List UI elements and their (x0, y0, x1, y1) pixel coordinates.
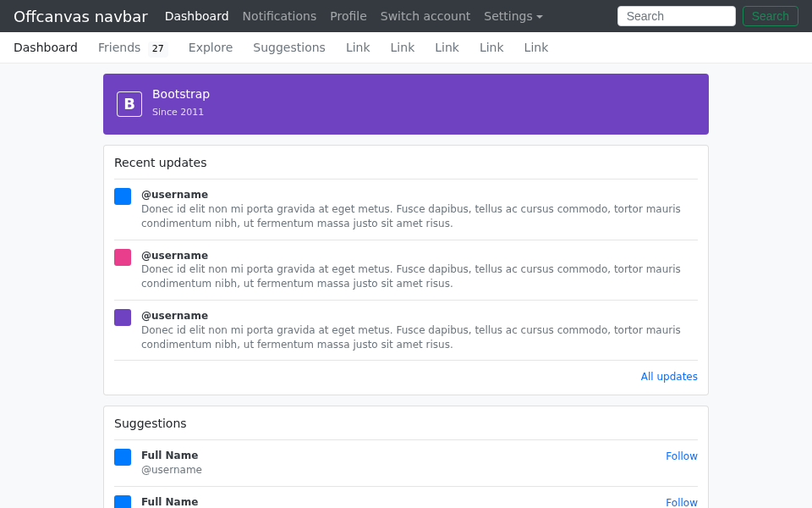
subnav-link[interactable]: Link (480, 39, 504, 57)
update-item: @username Donec id elit non mi porta gra… (114, 179, 698, 240)
update-item: @username Donec id elit non mi porta gra… (114, 301, 698, 361)
top-nav-list: Dashboard Notifications Profile Switch a… (158, 6, 550, 26)
update-body: @username Donec id elit non mi porta gra… (141, 309, 698, 351)
subnav-suggestions[interactable]: Suggestions (253, 39, 326, 57)
subnav-link[interactable]: Link (524, 39, 549, 57)
follow-button[interactable]: Follow (666, 495, 698, 508)
update-user: @username (141, 309, 698, 323)
suggestion-item: Full Name @username Follow (114, 487, 698, 508)
topnav-dashboard[interactable]: Dashboard (158, 6, 236, 26)
topnav-switch-account[interactable]: Switch account (374, 6, 478, 26)
topnav-profile[interactable]: Profile (323, 6, 374, 26)
updates-title: Recent updates (114, 154, 698, 179)
avatar (114, 449, 131, 466)
top-navbar: Offcanvas navbar Dashboard Notifications… (0, 0, 812, 32)
subnav-friends-label: Friends (98, 41, 140, 54)
main-container: B Bootstrap Since 2011 Recent updates @u… (93, 64, 719, 509)
follow-button[interactable]: Follow (666, 449, 698, 464)
search-input[interactable] (617, 6, 736, 26)
update-body: @username Donec id elit non mi porta gra… (141, 188, 698, 230)
update-body: @username Donec id elit non mi porta gra… (141, 249, 698, 291)
suggestions-title: Suggestions (114, 415, 698, 440)
bootstrap-logo-icon: B (117, 91, 142, 117)
chevron-down-icon (536, 15, 543, 19)
suggestion-body: Full Name @username (141, 495, 666, 508)
update-text: Donec id elit non mi porta gravida at eg… (141, 263, 681, 290)
hero-text: Bootstrap Since 2011 (152, 87, 210, 122)
secondary-nav: Dashboard Friends 27 Explore Suggestions… (0, 32, 812, 64)
recent-updates-card: Recent updates @username Donec id elit n… (103, 145, 709, 395)
subnav-friends[interactable]: Friends 27 (98, 39, 168, 58)
subnav-link[interactable]: Link (391, 39, 415, 57)
update-user: @username (141, 188, 698, 202)
friends-badge: 27 (148, 41, 168, 58)
subnav-link[interactable]: Link (346, 39, 370, 57)
avatar (114, 188, 131, 205)
suggestion-item: Full Name @username Follow (114, 440, 698, 487)
suggestion-name: Full Name (141, 449, 666, 463)
hero-title: Bootstrap (152, 87, 210, 102)
topnav-notifications[interactable]: Notifications (236, 6, 324, 26)
update-text: Donec id elit non mi porta gravida at eg… (141, 203, 681, 229)
brand[interactable]: Offcanvas navbar (14, 5, 158, 28)
suggestion-handle: @username (141, 463, 666, 478)
avatar (114, 309, 131, 326)
suggestions-card: Suggestions Full Name @username Follow F… (103, 406, 709, 508)
update-item: @username Donec id elit non mi porta gra… (114, 240, 698, 301)
suggestion-body: Full Name @username (141, 449, 666, 478)
subnav-explore[interactable]: Explore (189, 39, 233, 57)
search-button[interactable]: Search (743, 6, 798, 26)
avatar (114, 249, 131, 266)
topnav-settings-label: Settings (484, 9, 532, 23)
subnav-link[interactable]: Link (435, 39, 459, 57)
update-text: Donec id elit non mi porta gravida at eg… (141, 324, 681, 351)
subnav-dashboard[interactable]: Dashboard (14, 39, 78, 57)
suggestion-name: Full Name (141, 495, 666, 508)
update-user: @username (141, 249, 698, 263)
hero-subtitle: Since 2011 (152, 107, 204, 118)
hero: B Bootstrap Since 2011 (103, 74, 709, 135)
navbar-search: Search (617, 6, 798, 26)
avatar (114, 495, 131, 508)
topnav-settings[interactable]: Settings (477, 6, 549, 26)
all-updates-link[interactable]: All updates (114, 361, 698, 386)
